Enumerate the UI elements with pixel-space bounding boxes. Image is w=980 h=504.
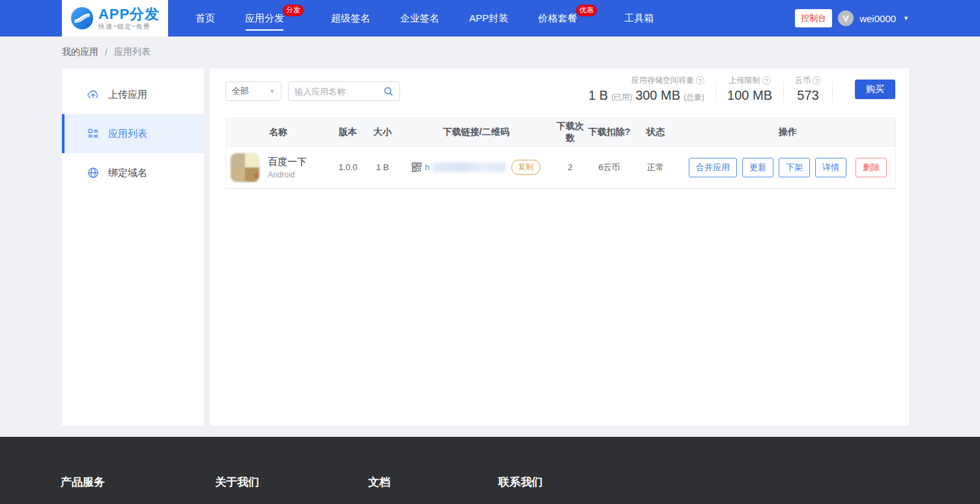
search-input[interactable] (295, 87, 383, 96)
app-name-cell: 百度一下 Android (226, 153, 330, 183)
nav-item-home[interactable]: 首页 (193, 0, 218, 37)
console-button[interactable]: 控制台 (795, 9, 832, 27)
unpublish-button[interactable]: 下架 (779, 158, 810, 177)
upload-cloud-icon (87, 88, 100, 101)
nav-item-app-packaging[interactable]: APP封装 (467, 0, 511, 37)
help-icon[interactable] (762, 76, 771, 85)
app-table: 名称 版本 大小 下载链接/二维码 下载次数 下载扣除? 状态 操作 百度一下 … (225, 117, 896, 189)
storage-total-suffix: (总量) (684, 92, 704, 103)
chevron-down-icon[interactable]: ▼ (903, 15, 909, 22)
footer-heading-products[interactable]: 产品服务 (61, 475, 215, 490)
storage-quota: 应用存储空间容量 1 B (已用) 300 MB (总量) (588, 75, 704, 103)
copy-link-button[interactable]: 复制 (512, 160, 540, 175)
nav-item-super-signature[interactable]: 超级签名 (328, 0, 373, 37)
search-icon[interactable] (383, 86, 394, 96)
nav-label: 首页 (195, 12, 215, 23)
table-header-row: 名称 版本 大小 下载链接/二维码 下载次数 下载扣除? 状态 操作 (226, 118, 895, 147)
cloud-coin-value: 573 (797, 88, 818, 103)
sidebar-item-label: 绑定域名 (108, 167, 147, 179)
logo-tagline: 快速~稳定~免费 (98, 23, 160, 30)
app-version: 1.0.0 (330, 162, 366, 172)
breadcrumb-app-list: 应用列表 (114, 46, 151, 58)
download-link-prefix: h (425, 162, 429, 172)
nav-label: APP封装 (469, 12, 508, 23)
footer-heading-contact[interactable]: 联系我们 (498, 475, 543, 490)
nav-item-toolbox[interactable]: 工具箱 (622, 0, 656, 37)
download-count: 2 (553, 162, 588, 172)
nav-label: 应用分发 (245, 12, 284, 23)
help-icon[interactable] (813, 76, 821, 85)
details-button[interactable]: 详情 (815, 158, 846, 177)
footer-heading-about[interactable]: 关于我们 (215, 475, 368, 490)
nav-item-pricing[interactable]: 价格套餐 优惠 (536, 0, 580, 37)
delete-button[interactable]: 删除 (856, 158, 887, 177)
nav-badge-distribution: 分发 (283, 5, 304, 16)
logo-title: APP分发 (98, 7, 160, 22)
download-link-cell: h 复制 (399, 160, 553, 175)
col-header-downloads: 下载次数 (553, 121, 588, 144)
col-header-actions: 操作 (680, 126, 895, 138)
storage-used-value: 1 B (588, 88, 608, 103)
nav-label: 工具箱 (624, 12, 654, 23)
sidebar-item-upload-app[interactable]: 上传应用 (62, 75, 204, 114)
main-nav: 首页 应用分发 分发 超级签名 企业签名 APP封装 价格套餐 优惠 工具箱 (193, 0, 656, 37)
nav-item-enterprise-signature[interactable]: 企业签名 (397, 0, 442, 37)
divider (783, 81, 784, 103)
col-header-size: 大小 (366, 126, 399, 138)
top-navbar: APP分发 快速~稳定~免费 首页 应用分发 分发 超级签名 企业签名 APP封… (0, 0, 980, 37)
header-user-area: 控制台 V wei0000 ▼ (795, 0, 909, 37)
globe-icon (87, 166, 100, 179)
breadcrumb-my-apps[interactable]: 我的应用 (62, 46, 98, 58)
upload-limit-quota: 上传限制 100 MB (727, 75, 772, 103)
app-icon (230, 153, 260, 183)
sidebar: 上传应用 应用列表 绑定域名 (62, 68, 204, 426)
quota-stats: 应用存储空间容量 1 B (已用) 300 MB (总量) 上传限制 100 M… (588, 75, 895, 103)
app-name: 百度一下 (268, 156, 307, 168)
status-badge: 正常 (631, 162, 680, 173)
chevron-down-icon: ▼ (269, 88, 275, 95)
col-header-deduction: 下载扣除? (588, 126, 631, 138)
avatar[interactable]: V (838, 10, 854, 26)
breadcrumb-separator: / (105, 47, 108, 57)
nav-badge-discount: 优惠 (576, 5, 597, 16)
app-search-box (288, 82, 400, 101)
divider (832, 81, 833, 103)
update-button[interactable]: 更新 (742, 158, 773, 177)
download-link-redacted[interactable] (433, 162, 506, 172)
app-size: 1 B (366, 162, 399, 172)
buy-button[interactable]: 购买 (855, 80, 895, 99)
footer-heading-docs[interactable]: 文档 (368, 475, 498, 490)
sidebar-item-bind-domain[interactable]: 绑定域名 (62, 153, 204, 192)
row-actions: 合并应用 更新 下架 详情 删除 (680, 158, 895, 177)
qr-code-icon[interactable] (412, 162, 422, 172)
username[interactable]: wei0000 (859, 13, 896, 24)
upload-limit-value: 100 MB (727, 88, 772, 103)
col-header-version: 版本 (330, 126, 366, 138)
storage-total-value: 300 MB (635, 88, 680, 103)
download-deduction: 6云币 (588, 162, 631, 173)
logo-swirl-icon (70, 7, 94, 30)
col-header-download-link: 下载链接/二维码 (399, 126, 553, 138)
upload-limit-label: 上传限制 (729, 75, 760, 86)
cloud-coin-label: 云币 (795, 75, 811, 86)
sidebar-item-label: 上传应用 (108, 89, 147, 101)
app-logo[interactable]: APP分发 快速~稳定~免费 (62, 0, 168, 37)
col-header-name: 名称 (226, 126, 330, 138)
app-list-panel: 全部 ▼ 应用存储空间容量 1 B (已用) 300 MB (总量) 上传限制 (210, 68, 909, 426)
nav-label: 价格套餐 (538, 12, 577, 23)
sidebar-item-app-list[interactable]: 应用列表 (62, 114, 204, 153)
filter-selected-value: 全部 (232, 85, 249, 97)
merge-app-button[interactable]: 合并应用 (689, 158, 737, 177)
help-icon[interactable] (696, 76, 704, 85)
sidebar-item-label: 应用列表 (108, 128, 147, 140)
storage-quota-label: 应用存储空间容量 (631, 75, 694, 86)
nav-item-app-distribution[interactable]: 应用分发 分发 (242, 0, 287, 37)
app-platform: Android (268, 170, 307, 179)
category-filter-select[interactable]: 全部 ▼ (225, 82, 281, 101)
breadcrumb: 我的应用 / 应用列表 (62, 37, 151, 68)
nav-label: 超级签名 (331, 12, 370, 23)
cloud-coin-quota: 云币 573 (795, 75, 821, 103)
active-tab-underline (246, 29, 283, 31)
app-list-icon (87, 127, 100, 140)
page-footer: 产品服务 关于我们 文档 联系我们 (0, 437, 980, 504)
